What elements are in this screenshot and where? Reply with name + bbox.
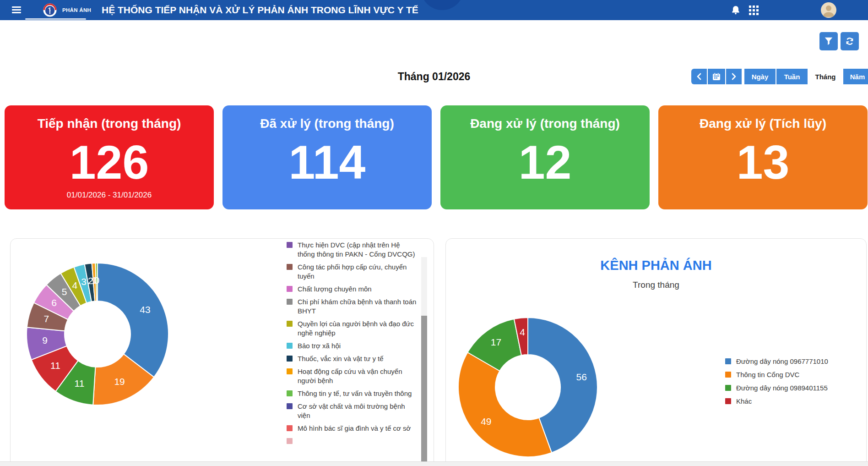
legend-swatch	[287, 356, 293, 362]
legend-swatch	[725, 358, 731, 364]
legend-swatch	[287, 425, 293, 431]
legend-swatch	[287, 343, 293, 349]
legend-swatch	[287, 264, 293, 270]
legend-label: Hoạt động cấp cứu và vận chuyển người bệ…	[298, 367, 418, 385]
filter-button[interactable]	[819, 32, 838, 50]
chart-legend: Thực hiện DVC (cập nhật trên Hệ thống th…	[287, 241, 418, 462]
card-dang-xu-ly-thang: Đang xử lý (trong tháng) 12	[440, 105, 650, 209]
range-tab-thang[interactable]: Tháng	[808, 69, 842, 84]
slice-value-label: 5	[62, 286, 67, 297]
legend-swatch	[287, 368, 293, 374]
slice-value-label: 4	[520, 327, 525, 337]
slice-value-label: 4	[72, 280, 78, 291]
card-title: Đang xử lý (trong tháng)	[440, 116, 650, 131]
card-value: 12	[440, 138, 650, 186]
card-da-xu-ly: Đã xử lý (trong tháng) 114	[222, 105, 432, 209]
card-title: Đã xử lý (trong tháng)	[222, 116, 432, 131]
legend-item[interactable]: Chất lượng chuyên môn	[287, 285, 418, 294]
legend-label: Thuốc, vắc xin và vật tư y tế	[298, 354, 384, 363]
slice-value-label: 49	[481, 416, 491, 427]
legend-item[interactable]: Mô hình bác sĩ gia đình và y tế cơ sở	[287, 424, 418, 433]
card-value: 126	[5, 138, 214, 186]
legend-label: Đường dây nóng 0989401155	[736, 384, 828, 393]
slice-value-label: 7	[44, 313, 49, 324]
legend-label: Bảo trợ xã hội	[298, 341, 341, 351]
stat-cards-row: Tiếp nhận (trong tháng) 126 01/01/2026 -…	[5, 105, 868, 209]
range-tab-tuan[interactable]: Tuần	[776, 69, 808, 84]
card-title: Đang xử lý (Tích lũy)	[658, 116, 868, 131]
app-title: HỆ THỐNG TIẾP NHẬN VÀ XỬ LÝ PHẢN ÁNH TRO…	[102, 0, 418, 20]
legend-item[interactable]: Chi phí khám chữa bệnh và thanh toán BHY…	[287, 297, 418, 316]
legend-scrollbar-thumb[interactable]	[421, 316, 427, 462]
legend-label: Đường dây nóng 0967771010	[736, 357, 828, 366]
user-avatar[interactable]	[821, 2, 836, 18]
donut-slice[interactable]	[98, 263, 168, 377]
card-tiep-nhan: Tiếp nhận (trong tháng) 126 01/01/2026 -…	[5, 105, 214, 209]
chevron-left-icon	[696, 73, 702, 80]
range-tab-ngay[interactable]: Ngày	[744, 69, 776, 84]
menu-icon[interactable]	[12, 6, 21, 14]
legend-item[interactable]: Đường dây nóng 0967771010	[725, 357, 863, 366]
refresh-button[interactable]	[841, 32, 859, 50]
legend-item[interactable]: Bảo trợ xã hội	[287, 341, 418, 351]
legend-label: Chi phí khám chữa bệnh và thanh toán BHY…	[298, 297, 418, 316]
legend-label: Khác	[736, 397, 752, 406]
card-title: Tiếp nhận (trong tháng)	[5, 116, 214, 131]
chart-subtitle: Trong tháng	[446, 280, 866, 290]
legend-swatch	[287, 242, 293, 248]
calendar-icon	[712, 72, 721, 81]
horizontal-scrollbar[interactable]	[0, 461, 868, 466]
legend-swatch	[287, 438, 293, 444]
slice-value-label: 43	[140, 304, 150, 315]
apps-grid-icon[interactable]	[749, 5, 759, 15]
legend-swatch	[725, 385, 731, 391]
donut-chart-kenh: 5649174	[446, 307, 629, 466]
chevron-right-icon	[731, 73, 737, 80]
prev-period-button[interactable]	[691, 69, 707, 84]
legend-swatch	[287, 299, 293, 305]
legend-label: Cơ sở vật chất và môi trường bệnh viện	[298, 402, 418, 420]
bell-icon[interactable]	[730, 5, 741, 16]
card-value: 13	[658, 138, 868, 186]
donut-slice[interactable]	[458, 352, 552, 457]
chart-panel-kenh-phan-anh: KÊNH PHẢN ÁNH Trong tháng 5649174 Đường …	[445, 238, 867, 466]
top-navbar: PHẢN ÁNH HỆ THỐNG TIẾP NHẬN VÀ XỬ LÝ PHẢ…	[0, 0, 868, 20]
legend-item[interactable]: Cơ sở vật chất và môi trường bệnh viện	[287, 402, 418, 420]
decorative-circle	[421, 0, 464, 10]
legend-item[interactable]	[287, 437, 418, 444]
refresh-icon	[845, 36, 855, 46]
brand-label[interactable]: PHẢN ÁNH	[62, 7, 91, 13]
legend-item[interactable]: Hoạt động cấp cứu và vận chuyển người bệ…	[287, 367, 418, 385]
card-date-range: 01/01/2026 - 31/01/2026	[5, 191, 214, 200]
slice-value-label: 9	[42, 335, 48, 345]
legend-item[interactable]: Thông tin y tế, tư vấn và truyền thông	[287, 389, 418, 398]
active-tab-underline	[25, 18, 86, 20]
legend-item[interactable]: Khác	[725, 397, 863, 406]
legend-label: Mô hình bác sĩ gia đình và y tế cơ sở	[298, 424, 411, 433]
card-value: 114	[222, 138, 432, 186]
range-tab-nam[interactable]: Năm	[843, 69, 868, 84]
legend-swatch	[287, 403, 293, 409]
health-ministry-logo[interactable]	[43, 3, 57, 17]
legend-swatch	[725, 398, 731, 404]
legend-label: Thực hiện DVC (cập nhật trên Hệ thống th…	[298, 241, 418, 259]
dashboard-page: PHẢN ÁNH HỆ THỐNG TIẾP NHẬN VÀ XỬ LÝ PHẢ…	[0, 0, 868, 466]
chart-panel-linh-vuc: 43191111976543210 Thực hiện DVC (cập nhậ…	[10, 238, 434, 466]
range-tabs: NgàyTuầnThángNăm	[744, 69, 868, 84]
legend-item[interactable]: Thuốc, vắc xin và vật tư y tế	[287, 354, 418, 363]
chart-title: KÊNH PHẢN ÁNH	[446, 258, 866, 273]
legend-item[interactable]: Thực hiện DVC (cập nhật trên Hệ thống th…	[287, 241, 418, 259]
slice-value-label: 17	[491, 337, 501, 347]
legend-swatch	[725, 372, 731, 378]
legend-label: Công tác phối hợp cấp cứu, chuyển tuyến	[298, 263, 418, 281]
legend-item[interactable]: Quyền lợi của người bệnh và đạo đức nghề…	[287, 319, 418, 338]
chart-legend: Đường dây nóng 0967771010Thông tin Cổng …	[725, 357, 863, 410]
legend-item[interactable]: Công tác phối hợp cấp cứu, chuyển tuyến	[287, 263, 418, 281]
slice-value-label: 6	[51, 297, 57, 308]
calendar-picker-button[interactable]	[708, 69, 725, 84]
next-period-button[interactable]	[726, 69, 742, 84]
slice-value-label: 11	[50, 360, 60, 371]
legend-item[interactable]: Thông tin Cổng DVC	[725, 370, 863, 379]
legend-item[interactable]: Đường dây nóng 0989401155	[725, 384, 863, 393]
slice-value-label: 3	[81, 276, 87, 287]
